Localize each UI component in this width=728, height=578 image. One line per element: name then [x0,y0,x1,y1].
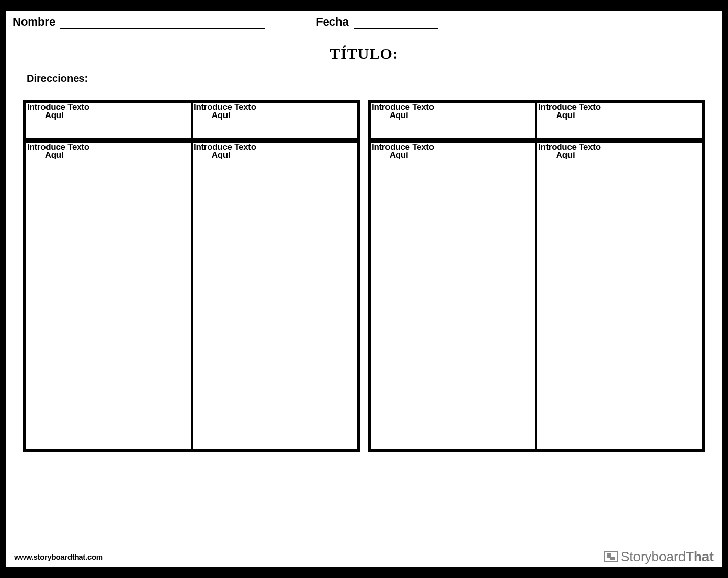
cell-placeholder: Introduce Texto Aquí [538,143,601,159]
cell-placeholder: Introduce Texto Aquí [27,143,89,159]
footer-url: www.storyboardthat.com [14,552,103,561]
footer: www.storyboardthat.com StoryboardThat [6,546,722,567]
date-label: Fecha [316,15,349,29]
storyboard-icon [604,551,618,562]
grid-body-row: Introduce Texto Aquí Introduce Texto Aqu… [371,143,702,449]
body-cell[interactable]: Introduce Texto Aquí [193,143,357,449]
footer-brand: StoryboardThat [604,549,714,565]
cell-placeholder: Introduce Texto Aquí [194,143,256,159]
header-cell[interactable]: Introduce Texto Aquí [371,103,537,138]
grid-header-row: Introduce Texto Aquí Introduce Texto Aqu… [371,103,702,143]
header-cell[interactable]: Introduce Texto Aquí [537,103,702,138]
name-label: Nombre [13,15,55,29]
grid-body-row: Introduce Texto Aquí Introduce Texto Aqu… [26,143,357,449]
directions-label: Direcciones: [27,73,709,84]
cell-placeholder: Introduce Texto Aquí [194,103,256,120]
grid-container: Introduce Texto Aquí Introduce Texto Aqu… [19,100,709,452]
grid-header-row: Introduce Texto Aquí Introduce Texto Aqu… [26,103,357,143]
cell-placeholder: Introduce Texto Aquí [372,143,434,159]
body-cell[interactable]: Introduce Texto Aquí [371,143,537,449]
body-cell[interactable]: Introduce Texto Aquí [537,143,702,449]
brand-text: StoryboardThat [621,549,714,565]
date-input-line[interactable] [354,17,438,29]
page-title: TÍTULO: [19,45,709,62]
cell-placeholder: Introduce Texto Aquí [372,103,434,120]
cell-placeholder: Introduce Texto Aquí [27,103,89,120]
grid-left: Introduce Texto Aquí Introduce Texto Aqu… [23,100,360,452]
grid-right: Introduce Texto Aquí Introduce Texto Aqu… [368,100,705,452]
name-input-line[interactable] [60,17,265,29]
header-cell[interactable]: Introduce Texto Aquí [193,103,357,138]
body-cell[interactable]: Introduce Texto Aquí [26,143,193,449]
worksheet-page: Nombre Fecha TÍTULO: Direcciones: Introd… [6,11,722,546]
cell-placeholder: Introduce Texto Aquí [538,103,601,120]
header-cell[interactable]: Introduce Texto Aquí [26,103,193,138]
header-row: Nombre Fecha [13,15,709,31]
